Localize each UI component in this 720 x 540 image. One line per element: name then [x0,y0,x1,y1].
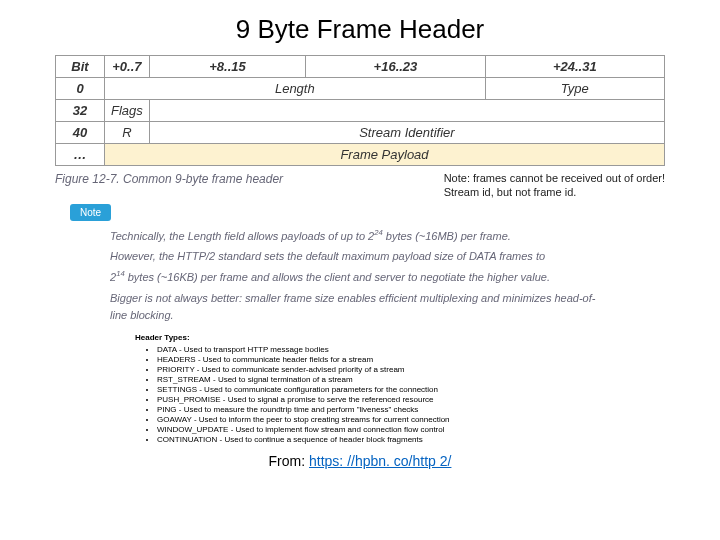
list-item: DATA - Used to transport HTTP message bo… [157,345,585,355]
row-offset-40: 40 [56,122,105,144]
row-offset-0: 0 [56,78,105,100]
col-0-7: +0..7 [105,56,150,78]
note-badge: Note [70,204,111,221]
table-row: 0 Length Type [56,78,665,100]
row-offset-dots: … [56,144,105,166]
col-16-23: +16..23 [306,56,485,78]
order-note-line2: Stream id, but not frame id. [444,186,665,200]
table-row: … Frame Payload [56,144,665,166]
list-item: CONTINUATION - Used to continue a sequen… [157,435,585,445]
source-line: From: https: //hpbn. co/http 2/ [0,453,720,469]
order-note-line1: Note: frames cannot be received out of o… [444,172,665,186]
field-empty [149,100,664,122]
source-link[interactable]: https: //hpbn. co/http 2/ [309,453,451,469]
list-item: PRIORITY - Used to communicate sender-ad… [157,365,585,375]
table-row: 40 R Stream Identifier [56,122,665,144]
table-row: 32 Flags [56,100,665,122]
list-item: GOAWAY - Used to inform the peer to stop… [157,415,585,425]
header-types-list: DATA - Used to transport HTTP message bo… [135,345,585,445]
col-8-15: +8..15 [149,56,305,78]
order-note: Note: frames cannot be received out of o… [444,172,665,200]
technote-line2: However, the HTTP/2 standard sets the de… [110,248,610,266]
figure-caption: Figure 12-7. Common 9-byte frame header [55,172,283,186]
field-type: Type [485,78,664,100]
list-item: PING - Used to measure the roundtrip tim… [157,405,585,415]
list-item: HEADERS - Used to communicate header fie… [157,355,585,365]
technote-line1: Technically, the Length field allows pay… [110,227,610,245]
row-offset-32: 32 [56,100,105,122]
list-item: SETTINGS - Used to communicate configura… [157,385,585,395]
header-types-title: Header Types: [135,333,585,343]
header-types-block: Header Types: DATA - Used to transport H… [135,333,585,445]
field-r: R [105,122,150,144]
technote-line4: Bigger is not always better: smaller fra… [110,290,610,325]
field-length: Length [105,78,486,100]
col-24-31: +24..31 [485,56,664,78]
source-prefix: From: [269,453,309,469]
field-stream-identifier: Stream Identifier [149,122,664,144]
frame-header-table: Bit +0..7 +8..15 +16..23 +24..31 0 Lengt… [55,55,665,166]
field-frame-payload: Frame Payload [105,144,665,166]
field-flags: Flags [105,100,150,122]
list-item: PUSH_PROMISE - Used to signal a promise … [157,395,585,405]
technote-line3: 214 bytes (~16KB) per frame and allows t… [110,268,610,286]
col-bit: Bit [56,56,105,78]
table-header-row: Bit +0..7 +8..15 +16..23 +24..31 [56,56,665,78]
list-item: RST_STREAM - Used to signal termination … [157,375,585,385]
page-title: 9 Byte Frame Header [0,14,720,45]
list-item: WINDOW_UPDATE - Used to implement flow s… [157,425,585,435]
technical-note: Technically, the Length field allows pay… [110,227,610,325]
